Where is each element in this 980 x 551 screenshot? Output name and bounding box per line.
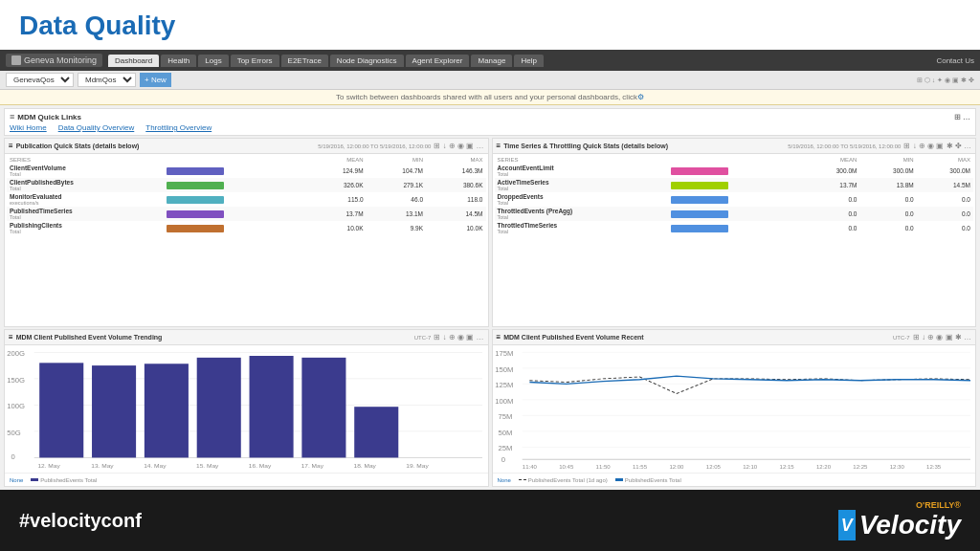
nav-tab-manage[interactable]: Manage — [471, 55, 512, 67]
col-series2: SERIES — [495, 156, 668, 164]
min-cell: 0.0 — [859, 207, 916, 221]
svg-text:75M: 75M — [498, 414, 512, 420]
velocity-logo: V Velocity — [838, 510, 961, 540]
spark-bar — [167, 182, 224, 189]
line-legend-solid-text: PublishedEvents Total — [625, 477, 681, 483]
mean-cell: 115.0 — [306, 192, 366, 207]
spark-bar — [167, 167, 224, 175]
pub-controls[interactable]: ⊞ ↓ ⊕ ◉ ▣ … — [434, 142, 483, 150]
line-controls[interactable]: ⊞ ↓ ⊕ ◉ ▣ ✱ … — [913, 333, 971, 342]
logo-icon — [11, 55, 21, 65]
hashtag-text: #velocityconf — [19, 510, 142, 532]
toolbar: GenevaQos MdmQos + New ⊞ ⬡ ↓ ✦ ◉ ▣ ✱ ✤ — [0, 71, 980, 90]
spark-bar — [671, 167, 728, 175]
pub-stats-panel: ≡ Publication Quick Stats (details below… — [4, 138, 489, 327]
nav-tab-dashboard[interactable]: Dashboard — [108, 55, 159, 67]
max-cell: 14.5M — [917, 178, 973, 192]
time-stats-panel: ≡ Time Series & Throttling Quick Stats (… — [492, 138, 977, 327]
svg-text:17. May: 17. May — [301, 464, 324, 469]
time-controls[interactable]: ⊞ ↓ ⊕ ◉ ▣ ✱ ✤ … — [903, 142, 971, 150]
select-genevaqos[interactable]: GenevaQos — [6, 73, 74, 87]
contact-us-link[interactable]: Contact Us — [936, 56, 974, 65]
col-mean2: MEAN — [803, 156, 859, 164]
svg-text:18. May: 18. May — [354, 464, 377, 469]
new-button[interactable]: + New — [140, 73, 171, 87]
info-link[interactable]: ⚙ — [637, 93, 644, 101]
info-bar: To switch between dashboards shared with… — [0, 90, 980, 105]
svg-text:200G: 200G — [7, 351, 25, 357]
nav-tab-help[interactable]: Help — [514, 55, 543, 67]
col-max: MAX — [426, 156, 486, 164]
svg-text:175M: 175M — [495, 351, 513, 357]
time-dates: 5/19/2016, 12:00:00 TO 5/19/2016, 12:00:… — [788, 143, 901, 149]
svg-text:0: 0 — [11, 454, 15, 460]
max-cell: 0.0 — [917, 192, 973, 207]
bar-chart-body: 200G 150G 100G 50G 0 — [5, 345, 488, 473]
min-cell: 13.8M — [859, 178, 916, 192]
svg-text:25M: 25M — [498, 446, 512, 452]
nav-tab-e2etrace[interactable]: E2ETrace — [281, 55, 328, 67]
spark-bar — [167, 196, 224, 204]
series-cell: DroppedEvents Total — [495, 192, 668, 207]
quick-links-controls[interactable]: ⊞ … — [954, 113, 970, 121]
series-cell: ThrottledEvents (PreAgg) Total — [495, 207, 668, 221]
quick-links-title: MDM Quick Links — [17, 113, 81, 121]
sparkline-cell — [164, 192, 306, 207]
svg-text:50G: 50G — [7, 430, 20, 435]
nav-tab-logs[interactable]: Logs — [198, 55, 228, 67]
mean-cell: 0.0 — [803, 192, 859, 207]
bar-legend: PublishedEvents Total — [31, 477, 97, 483]
mean-cell: 10.0K — [306, 221, 366, 235]
nav-tab-toperrors[interactable]: Top Errors — [231, 55, 279, 67]
sparkline-cell — [164, 207, 306, 221]
svg-text:12:15: 12:15 — [779, 465, 793, 470]
svg-rect-16 — [354, 407, 398, 457]
svg-text:12. May: 12. May — [37, 464, 60, 469]
sparkline-cell — [668, 221, 803, 235]
bar-legend-color — [31, 478, 38, 481]
mean-cell: 0.0 — [803, 207, 859, 221]
mean-cell: 13.7M — [306, 207, 366, 221]
svg-text:150G: 150G — [7, 377, 25, 383]
svg-text:19. May: 19. May — [406, 464, 429, 469]
table-row: PublishingClients Total 10.0K 9.9K 10.0K — [7, 221, 486, 235]
velocity-v-letter: V — [841, 516, 853, 536]
line-panel-icon: ≡ — [497, 333, 501, 342]
line-legend-dashed: PublishedEvents Total (1d ago) — [519, 477, 608, 483]
table-row: ActiveTimeSeries Total 13.7M 13.8M 14.5M — [495, 178, 974, 192]
svg-text:11:40: 11:40 — [522, 465, 536, 470]
pub-panel-title: Publication Quick Stats (details below) — [16, 143, 140, 149]
link-dataquality[interactable]: Data Quality Overview — [58, 123, 135, 132]
info-text: To switch between dashboards shared with… — [336, 93, 637, 101]
nav-logo[interactable]: Geneva Monitoring — [6, 54, 102, 67]
sparkline-cell — [668, 164, 803, 178]
stats-row: ≡ Publication Quick Stats (details below… — [4, 138, 976, 327]
bar-controls[interactable]: ⊞ ↓ ⊕ ◉ ▣ … — [434, 333, 483, 342]
svg-text:12:10: 12:10 — [743, 465, 757, 470]
table-row: ThrottledEvents (PreAgg) Total 0.0 0.0 0… — [495, 207, 974, 221]
time-stats-header: ≡ Time Series & Throttling Quick Stats (… — [493, 139, 976, 154]
nav-tab-health[interactable]: Health — [161, 55, 196, 67]
table-row: ThrottledTimeSeries Total 0.0 0.0 0.0 — [495, 221, 974, 235]
link-throttling[interactable]: Throttling Overview — [145, 123, 212, 132]
series-cell: ClientEventVolume Total — [7, 164, 164, 178]
svg-text:100M: 100M — [495, 398, 513, 404]
nav-tab-nodediag[interactable]: Node Diagnostics — [330, 55, 404, 67]
svg-text:0: 0 — [501, 457, 504, 463]
line-chart-header: ≡ MDM Client Published Event Volume Rece… — [493, 330, 976, 345]
link-wiki[interactable]: Wiki Home — [10, 123, 47, 132]
svg-rect-15 — [301, 358, 345, 458]
col-mean: MEAN — [306, 156, 366, 164]
min-cell: 104.7M — [367, 164, 426, 178]
select-mdmqos[interactable]: MdmQos — [78, 73, 136, 87]
min-cell: 0.0 — [859, 192, 916, 207]
spark-bar — [671, 225, 728, 232]
svg-text:150M: 150M — [495, 366, 513, 372]
svg-text:50M: 50M — [498, 430, 512, 435]
oreilly-text: O'REILLY® — [916, 500, 961, 510]
sparkline-cell — [668, 207, 803, 221]
nav-tab-agentexplorer[interactable]: Agent Explorer — [406, 55, 470, 67]
max-cell: 14.5M — [426, 207, 486, 221]
pub-stats-table: SERIES MEAN MIN MAX ClientEventVolume To… — [7, 156, 486, 235]
quick-links-header: ≡ MDM Quick Links ⊞ … — [10, 112, 970, 121]
